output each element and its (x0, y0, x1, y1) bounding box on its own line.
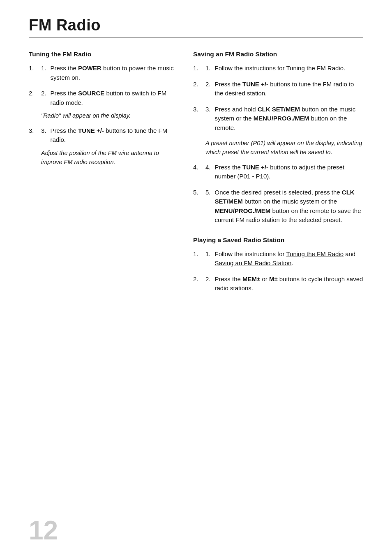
page-title: FM Radio (29, 16, 363, 34)
clk-set-mem-bold-1: CLK SET/MEM (258, 106, 300, 113)
section-title-tuning: Tuning the FM Radio (29, 51, 177, 58)
mem-plus-minus-bold: MEM± (242, 275, 260, 282)
saving-section: Saving an FM Radio Station 1. Follow the… (193, 51, 363, 225)
tuning-item-1: 1. Press the POWER button to power the m… (29, 64, 177, 82)
tuning-list-continued: 3. Press the TUNE +/- buttons to tune th… (29, 126, 177, 145)
saving-list-continued: 4. Press the TUNE +/- buttons to adjust … (193, 163, 363, 225)
page-number: 12 (29, 517, 58, 544)
tune-bold-3: TUNE +/- (242, 164, 268, 171)
saving-list: 1. Follow the instructions for Tuning th… (193, 64, 363, 132)
link-saving-fm[interactable]: Saving an FM Radio Station (215, 259, 292, 266)
saving-item-3: 3. Press and hold CLK SET/MEM button on … (193, 105, 363, 133)
saving-item-1: 1. Follow the instructions for Tuning th… (193, 64, 363, 73)
section-title-playing: Playing a Saved Radio Station (193, 236, 363, 244)
content-columns: Tuning the FM Radio 1. Press the POWER b… (29, 51, 363, 305)
m-plus-minus-bold: M± (269, 275, 278, 282)
saving-item-4: 4. Press the TUNE +/- buttons to adjust … (193, 163, 363, 181)
tuning-item-2: 2. Press the SOURCE button to switch to … (29, 89, 177, 107)
note-antenna: Adjust the position of the FM wire anten… (41, 149, 177, 167)
note-radio-display: "Radio" will appear on the display. (41, 111, 177, 120)
power-bold: POWER (78, 65, 101, 72)
link-tuning-fm-2[interactable]: Tuning the FM Radio (286, 250, 344, 257)
page: FM Radio Tuning the FM Radio 1. Press th… (0, 0, 392, 560)
playing-list: 1. Follow the instructions for Tuning th… (193, 250, 363, 293)
title-divider (29, 37, 363, 38)
left-column: Tuning the FM Radio 1. Press the POWER b… (29, 51, 177, 172)
playing-item-1: 1. Follow the instructions for Tuning th… (193, 250, 363, 268)
tune-bold-1: TUNE +/- (78, 127, 104, 134)
menu-prog-mem-bold-2: MENU/PROG./MEM (215, 207, 271, 214)
playing-item-2: 2. Press the MEM± or M± buttons to cycle… (193, 275, 363, 293)
menu-prog-mem-bold-1: MENU/PROG./MEM (254, 115, 309, 122)
tuning-item-3: 3. Press the TUNE +/- buttons to tune th… (29, 126, 177, 145)
tune-bold-2: TUNE +/- (242, 81, 268, 88)
saving-item-2: 2. Press the TUNE +/- buttons to tune th… (193, 80, 363, 98)
saving-item-5: 5. Once the desired preset is selected, … (193, 188, 363, 225)
right-column: Saving an FM Radio Station 1. Follow the… (193, 51, 363, 305)
link-tuning-fm-1[interactable]: Tuning the FM Radio (286, 65, 344, 72)
source-bold: SOURCE (78, 90, 104, 97)
tuning-list: 1. Press the POWER button to power the m… (29, 64, 177, 107)
note-preset-display: A preset number (P01) will appear on the… (205, 139, 363, 157)
playing-section: Playing a Saved Radio Station 1. Follow … (193, 236, 363, 293)
clk-set-mem-bold-2: CLK SET/MEM (215, 189, 355, 205)
section-title-saving: Saving an FM Radio Station (193, 51, 363, 58)
